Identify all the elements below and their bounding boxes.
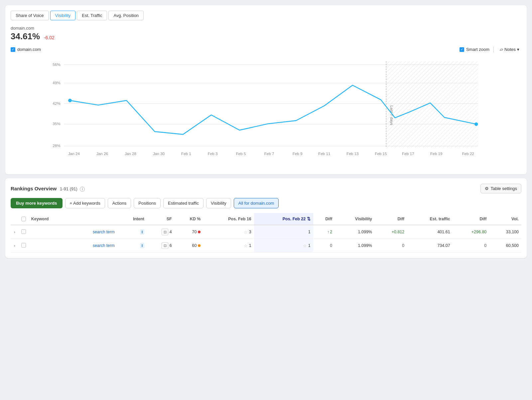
row1-expand-button[interactable]: ›	[13, 229, 16, 235]
row2-star-icon[interactable]: ☆	[244, 243, 248, 248]
col-diff1-header[interactable]: Diff	[313, 213, 335, 225]
row2-keyword-cell: search term	[29, 239, 117, 253]
buy-more-keywords-button[interactable]: Buy more keywords	[11, 198, 63, 208]
smart-zoom-checkbox[interactable]: ✓	[460, 47, 464, 52]
row2-pos-feb16-cell: ☆ 1	[203, 239, 254, 253]
row2-diff-cell: 0	[313, 239, 335, 253]
row2-vis-diff-value: 0	[402, 243, 404, 248]
row2-expand-button[interactable]: ›	[13, 243, 16, 248]
col-diff2-header[interactable]: Diff	[375, 213, 407, 225]
row1-diff-value: ↑ 2	[316, 230, 332, 234]
col-intent-header[interactable]: Intent	[117, 213, 147, 225]
row1-visibility-cell: 1.099%	[335, 225, 375, 239]
actions-button[interactable]: Actions	[108, 198, 131, 208]
stat-value: 34.61%	[11, 31, 40, 41]
row2-est-diff-value: 0	[484, 243, 486, 248]
row2-sf-value: 6	[170, 243, 172, 248]
row1-keyword-cell: search term	[29, 225, 117, 239]
row1-kd-dot	[198, 231, 200, 233]
row1-checkbox[interactable]	[21, 229, 26, 234]
rankings-card: Rankings Overview 1-91 (91) i ⚙ Table se…	[5, 178, 527, 258]
col-pos-feb16-header[interactable]: Pos. Feb 16	[203, 213, 254, 225]
tab-all-domain-button[interactable]: All for domain.com	[234, 198, 279, 208]
row1-pos-feb22-value: 1	[308, 230, 311, 234]
row1-diff-cell: ↑ 2	[313, 225, 335, 239]
row2-checkbox[interactable]	[21, 243, 26, 248]
row1-select-cell[interactable]	[19, 225, 29, 239]
svg-text:Feb 9: Feb 9	[293, 151, 303, 156]
tab-est-traffic[interactable]: Est. Traffic	[77, 11, 107, 20]
notes-button[interactable]: ▱ Notes ▾	[498, 46, 521, 53]
svg-point-30	[474, 122, 478, 126]
row1-pos-feb16-value: 3	[249, 230, 251, 234]
table-row: › search term I ⊡ 6	[11, 239, 521, 253]
row1-keyword-link[interactable]: search term	[93, 230, 115, 234]
svg-text:Feb 3: Feb 3	[208, 151, 218, 156]
row1-expand-cell[interactable]: ›	[11, 225, 19, 239]
row1-intent-badge: I	[140, 229, 144, 235]
toolbar: Buy more keywords + Add keywords Actions…	[11, 198, 521, 208]
row1-est-diff-value: +296.80	[471, 230, 487, 234]
tab-avg-position[interactable]: Avg. Position	[108, 11, 144, 20]
row1-vis-diff-value: +0.812	[392, 230, 405, 234]
chart-container: 56% 49% 42% 35% 28% Last 7 days Jan 24	[11, 56, 521, 169]
row1-pos-feb16-wrap: ☆ 3	[206, 230, 251, 235]
col-vol-header[interactable]: Vol.	[489, 213, 521, 225]
row2-select-cell[interactable]	[19, 239, 29, 253]
row1-est-diff-cell: +296.80	[453, 225, 489, 239]
col-expand	[11, 213, 19, 225]
col-keyword-header[interactable]: Keyword	[29, 213, 117, 225]
tab-positions-button[interactable]: Positions	[134, 198, 161, 208]
select-all-checkbox[interactable]	[21, 217, 26, 221]
svg-text:Jan 28: Jan 28	[125, 151, 136, 156]
svg-text:35%: 35%	[53, 121, 60, 126]
row2-kd-badge: 60	[192, 243, 200, 248]
row1-pos-feb22-cell: 1	[254, 225, 313, 239]
row1-vol-cell: 33,100	[489, 225, 521, 239]
svg-text:Jan 26: Jan 26	[96, 151, 108, 156]
row1-pos-feb16-cell: ☆ 3	[203, 225, 254, 239]
row2-vis-diff-cell: 0	[375, 239, 407, 253]
row1-kd-value: 70	[192, 230, 197, 234]
col-diff3-header[interactable]: Diff	[453, 213, 489, 225]
tab-estimated-traffic-button[interactable]: Estimated traffic	[163, 198, 203, 208]
col-kd-header[interactable]: KD %	[175, 213, 203, 225]
row1-star-icon[interactable]: ☆	[244, 230, 248, 235]
row2-est-traffic-value: 734.07	[437, 243, 450, 248]
notes-icon: ▱	[500, 47, 503, 52]
row2-expand-cell[interactable]: ›	[11, 239, 19, 253]
tab-bar: Share of Voice Visibility Est. Traffic A…	[11, 11, 521, 20]
info-icon[interactable]: i	[80, 187, 85, 192]
rankings-title-group: Rankings Overview 1-91 (91) i	[11, 186, 85, 192]
col-est-traffic-header[interactable]: Est. traffic	[407, 213, 453, 225]
row2-keyword-link[interactable]: search term	[93, 243, 115, 248]
row2-pos-feb22-value: 1	[308, 243, 311, 248]
add-keywords-button[interactable]: + Add keywords	[65, 198, 105, 208]
col-select-all[interactable]	[19, 213, 29, 225]
row2-kd-dot	[198, 244, 200, 247]
tab-visibility-button[interactable]: Visibility	[206, 198, 231, 208]
svg-text:28%: 28%	[53, 143, 60, 148]
stat-diff: -6.02	[44, 35, 55, 40]
legend-checkbox[interactable]: ✓	[11, 47, 15, 52]
col-sf-header[interactable]: SF	[147, 213, 175, 225]
tab-share-of-voice[interactable]: Share of Voice	[11, 11, 49, 20]
row1-est-traffic-value: 401.61	[437, 230, 450, 234]
row1-sf-value: 4	[170, 230, 172, 234]
svg-text:42%: 42%	[53, 101, 60, 105]
smart-zoom-control[interactable]: ✓ Smart zoom	[460, 47, 489, 52]
legend-domain[interactable]: ✓ domain.com	[11, 47, 41, 52]
table-settings-button[interactable]: ⚙ Table settings	[480, 184, 522, 193]
rankings-header: Rankings Overview 1-91 (91) i ⚙ Table se…	[11, 184, 521, 193]
col-pos-feb22-header[interactable]: Pos. Feb 22 ⇅	[254, 213, 313, 225]
row2-star-feb22-icon[interactable]: ☆	[303, 243, 307, 248]
rankings-count: 1-91 (91)	[60, 186, 77, 191]
chart-svg: 56% 49% 42% 35% 28% Last 7 days Jan 24	[11, 56, 521, 169]
legend-domain-label: domain.com	[17, 47, 41, 52]
col-visibility-header[interactable]: Visibility	[335, 213, 375, 225]
table-wrap: Keyword Intent SF KD % Pos. Feb 16 Pos. …	[11, 213, 521, 253]
row1-vol-value: 33,100	[506, 230, 519, 234]
row2-pos-feb22-wrap: ☆ 1	[257, 243, 311, 248]
tab-visibility[interactable]: Visibility	[50, 11, 76, 20]
chart-controls: ✓ domain.com ✓ Smart zoom ▱ Notes ▾	[11, 46, 521, 53]
